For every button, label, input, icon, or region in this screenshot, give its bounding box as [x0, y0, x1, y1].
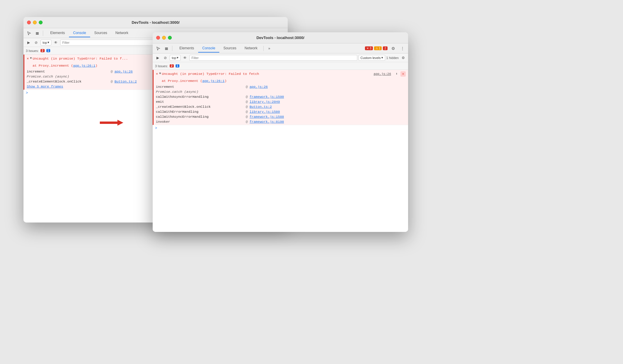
svg-rect-5 — [165, 48, 168, 48]
link-increment-2[interactable]: app.js:26 — [250, 85, 268, 89]
tab-bar-1: Elements Console Sources Network — [46, 29, 132, 37]
fn-callwith-error: callWithErrorHandling — [156, 110, 244, 114]
error-badge-1: 2 — [41, 49, 45, 52]
info-badge-issue-2: 1 — [176, 64, 180, 68]
stack-row-2-4: emit @ library.js:2049 — [154, 99, 408, 104]
expand-arrow-1[interactable]: ▼ — [30, 56, 32, 60]
inline-actions-2: app.js:26 ⬇ ✕ — [374, 71, 406, 77]
error-entry-2: ✕ ▼ Uncaught (in promise) TypeError: Fai… — [153, 70, 408, 125]
issues-label-1: 3 Issues: — [26, 49, 39, 53]
proxy-link-1[interactable]: app.js:26:1 — [73, 64, 95, 68]
title-bar-2: DevTools - localhost:3000/ — [153, 32, 408, 43]
error-badge-issue-2: 2 — [170, 64, 174, 68]
ban-btn-1[interactable]: ⊘ — [33, 39, 39, 46]
ban-btn-2[interactable]: ⊘ — [162, 55, 169, 61]
hidden-count: 1 hidden — [386, 56, 399, 60]
tab-bar-2: Elements Console Sources Network — [175, 44, 262, 53]
at-2-8: @ — [246, 120, 248, 124]
red-arrow — [100, 117, 123, 130]
maximize-button-1[interactable] — [39, 21, 43, 24]
gear-icon-2[interactable]: ⚙ — [389, 45, 397, 52]
tab-console-1[interactable]: Console — [69, 29, 90, 37]
toolbar-divider-2 — [172, 46, 172, 51]
error-count-2: 3 — [370, 47, 371, 50]
info-count-1: 1 — [46, 49, 50, 52]
stack-row-2-5: _createElementBlock.onClick @ Button.ts:… — [154, 104, 408, 109]
chevron-down-icon-custom: ▾ — [381, 56, 383, 60]
close-button-1[interactable] — [27, 21, 31, 24]
tab-sources-1[interactable]: Sources — [90, 29, 111, 37]
prompt-symbol-2: > — [155, 126, 157, 130]
filter-input-2[interactable] — [189, 55, 357, 61]
more-icon-2[interactable]: ⋮ — [399, 45, 406, 52]
toolbar-divider-2b — [263, 46, 264, 51]
error-count-issue-2: 2 — [170, 64, 174, 68]
tab-network-1[interactable]: Network — [111, 29, 132, 37]
devtools-toolbar-2: Elements Console Sources Network » ✕ 3 ⚠… — [153, 43, 408, 53]
top-label-2: top — [172, 56, 176, 60]
eye-btn-2[interactable]: 👁 — [182, 55, 188, 61]
download-icon-2[interactable]: ⬇ — [394, 71, 399, 77]
link-button-1[interactable]: Button.ts:2 — [115, 80, 137, 83]
fn-invoker: invoker — [156, 120, 244, 124]
layers-icon-2[interactable] — [163, 45, 170, 52]
play-btn-1[interactable]: ▶ — [25, 39, 32, 46]
minimize-button-1[interactable] — [33, 21, 37, 24]
maximize-button-2[interactable] — [168, 36, 172, 40]
info-count-issue-2: 1 — [176, 64, 180, 68]
fn-callwith-async-1: callWithAsyncErrorHandling — [156, 95, 244, 99]
expand-arrow-2[interactable]: ▼ — [159, 71, 161, 76]
show-more-link-1[interactable]: Show 5 more frames — [27, 85, 63, 88]
fn-increment-2: increment — [156, 85, 244, 89]
fn-promise-2: Promise.catch (async) — [156, 90, 244, 94]
top-dropdown-2[interactable]: top ▾ — [170, 55, 181, 61]
close-icon-2[interactable]: ✕ — [400, 71, 406, 77]
tab-network-2[interactable]: Network — [240, 44, 262, 53]
fn-onclick-2: _createElementBlock.onClick — [156, 105, 244, 109]
custom-levels-label: Custom levels — [361, 56, 381, 60]
at-1-1: @ — [111, 70, 113, 73]
devtools-window-2: DevTools - localhost:3000/ Elements Cons… — [153, 32, 408, 232]
proxy-text-2: at Proxy.increment (app.js:26:1) — [162, 78, 406, 83]
custom-levels-dropdown[interactable]: Custom levels ▾ — [358, 55, 385, 61]
link-framework-1588[interactable]: framework.js:1588 — [250, 115, 284, 119]
error-badge-2: ✕ 3 — [365, 46, 373, 50]
settings-icon-2[interactable]: ⚙ — [400, 55, 406, 61]
at-2-4: @ — [246, 100, 248, 104]
top-dropdown-1[interactable]: top ▾ — [41, 40, 51, 45]
error-main-text-2: Uncaught (in promise) TypeError: Failed … — [162, 71, 373, 76]
link-button-2[interactable]: Button.ts:2 — [250, 105, 272, 109]
error-icon-1: ✕ — [27, 56, 29, 61]
link-framework-8198[interactable]: framework.js:8198 — [250, 120, 284, 124]
more-tabs-btn[interactable]: » — [265, 45, 273, 52]
play-btn-2[interactable]: ▶ — [154, 55, 161, 61]
console-content-2: ✕ ▼ Uncaught (in promise) TypeError: Fai… — [153, 70, 408, 232]
tab-sources-2[interactable]: Sources — [219, 44, 240, 53]
error-link-right[interactable]: app.js:26 — [374, 72, 391, 77]
link-increment-1[interactable]: app.js:26 — [115, 70, 133, 73]
link-framework-1590[interactable]: framework.js:1590 — [250, 95, 284, 99]
cursor-icon-2[interactable] — [154, 45, 162, 52]
close-button-2[interactable] — [156, 36, 160, 40]
tab-elements-1[interactable]: Elements — [46, 29, 69, 37]
issues-label-2: 3 Issues: — [155, 64, 168, 68]
link-library-2049[interactable]: library.js:2049 — [250, 100, 280, 104]
badge-group-2: ✕ 3 ⚠ 1 2 — [365, 46, 388, 50]
tab-elements-2[interactable]: Elements — [175, 44, 198, 53]
error-badge-2b: 2 — [383, 46, 388, 50]
fn-promise-1: Promise.catch (async) — [27, 75, 109, 78]
tab-console-2[interactable]: Console — [198, 44, 219, 53]
cursor-icon-1[interactable] — [25, 29, 33, 37]
prompt-row-2[interactable]: > — [153, 125, 408, 132]
minimize-button-2[interactable] — [162, 36, 166, 40]
window-title-1: DevTools - localhost:3000/ — [132, 20, 179, 25]
proxy-row-2: at Proxy.increment (app.js:26:1) — [154, 77, 408, 84]
traffic-lights-1 — [27, 21, 43, 24]
proxy-link-2[interactable]: app.js:26:1 — [202, 79, 225, 83]
layers-icon-1[interactable] — [33, 29, 41, 37]
eye-btn-1[interactable]: 👁 — [53, 39, 59, 46]
link-library-1580[interactable]: library.js:1580 — [250, 110, 280, 114]
stack-row-2-2: Promise.catch (async) — [154, 89, 408, 94]
stack-row-2-8: invoker @ framework.js:8198 — [154, 119, 408, 124]
top-label-1: top — [43, 41, 47, 44]
